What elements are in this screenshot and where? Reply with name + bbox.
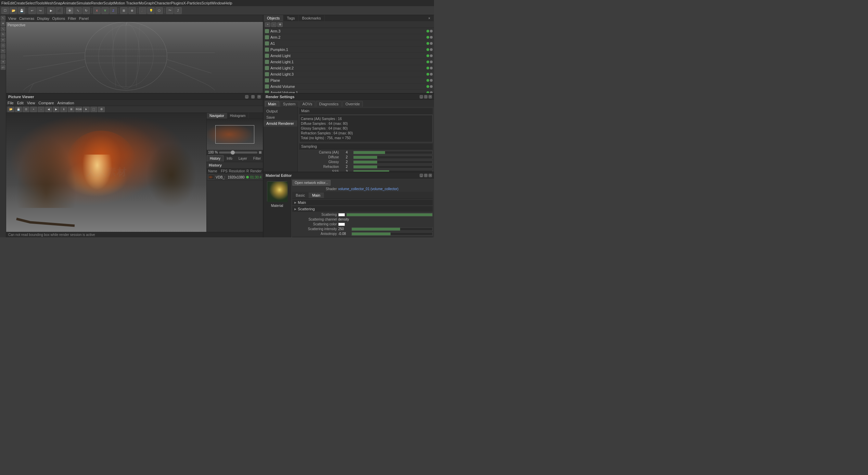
- om-dot-vis-7[interactable]: [426, 73, 429, 76]
- om-dot-lock-2[interactable]: [430, 42, 433, 45]
- om-dot-lock-5[interactable]: [430, 61, 433, 63]
- pv-btn-channels[interactable]: RGB: [75, 107, 82, 112]
- left-btn-poly[interactable]: ⬡: [1, 43, 5, 48]
- me-section-attenuation[interactable]: ▶ Attenuation: [292, 237, 433, 237]
- pv-btn-zoom-out[interactable]: -: [38, 107, 44, 112]
- toolbar-btn-spline[interactable]: 〜: [166, 7, 174, 14]
- pv-btn-prev[interactable]: ◀: [45, 107, 52, 112]
- om-btn-new[interactable]: +: [265, 22, 270, 27]
- pv-close-btn[interactable]: ×: [257, 95, 261, 98]
- om-btn-group[interactable]: ⊕: [277, 22, 283, 27]
- toolbar-btn-scale[interactable]: ⤡: [74, 7, 82, 14]
- left-btn-move[interactable]: ✥: [1, 21, 5, 26]
- rs-section-main[interactable]: Main: [299, 108, 433, 114]
- me-section-scattering[interactable]: ▶ Scattering: [292, 206, 433, 212]
- left-btn-light2[interactable]: ☀: [1, 60, 5, 64]
- history-row-0[interactable]: VDB_test_v03 * 1920x1080 01:30:4: [207, 174, 263, 181]
- pv-btn-info[interactable]: ℹ: [60, 107, 67, 112]
- vp-menu-cameras[interactable]: Cameras: [19, 16, 35, 21]
- toolbar-btn-y[interactable]: Y: [101, 7, 109, 14]
- om-btn-close[interactable]: ×: [425, 15, 434, 21]
- om-btn-delete[interactable]: -: [271, 22, 277, 27]
- pv-btn-region[interactable]: ⬚: [90, 107, 97, 112]
- pv-btn-zoom-fit[interactable]: ⊡: [23, 107, 29, 112]
- rs-bar-container-0[interactable]: [353, 151, 433, 154]
- om-dot-vis-8[interactable]: [426, 79, 429, 82]
- om-dot-vis-4[interactable]: [426, 54, 429, 57]
- left-btn-select[interactable]: ↖: [1, 16, 5, 21]
- om-dot-lock-0[interactable]: [430, 30, 433, 32]
- history-tab-filter[interactable]: Filter: [250, 155, 263, 162]
- om-row-5[interactable]: Arnold Light.1: [264, 59, 434, 65]
- toolbar-btn-light[interactable]: 💡: [147, 7, 155, 14]
- rs-bar-container-4[interactable]: [353, 170, 433, 172]
- menu-item-motion tracker[interactable]: Motion Tracker: [114, 1, 139, 5]
- menu-item-help[interactable]: Help: [225, 1, 232, 5]
- toolbar-btn-render-region[interactable]: ⬛: [55, 7, 63, 14]
- menu-item-simulate[interactable]: Simulate: [76, 1, 91, 5]
- om-tab-tags[interactable]: Tags: [283, 15, 298, 21]
- rs-tab-main[interactable]: Main: [265, 101, 279, 107]
- om-dot-lock-10[interactable]: [430, 91, 433, 93]
- menu-item-sculpt[interactable]: Sculpt: [103, 1, 114, 5]
- toolbar-btn-snap[interactable]: ⊕: [128, 7, 136, 14]
- rs-tab-aovs[interactable]: AOVs: [299, 101, 316, 107]
- vp-menu-panel[interactable]: Panel: [79, 16, 89, 21]
- pv-menu-compare[interactable]: Compare: [38, 101, 54, 105]
- me-tab-main[interactable]: Main: [309, 193, 324, 198]
- navigator-preview[interactable]: [207, 119, 263, 150]
- me-scatter-slider-4[interactable]: [352, 232, 433, 236]
- vp-menu-options[interactable]: Options: [52, 16, 65, 21]
- menu-item-x-particles[interactable]: X-Particles: [183, 1, 201, 5]
- nav-tab-histogram[interactable]: Histogram: [227, 113, 249, 119]
- menu-item-script[interactable]: Script: [202, 1, 211, 5]
- menu-item-create[interactable]: Create: [14, 1, 25, 5]
- om-row-0[interactable]: Arm.3: [264, 28, 434, 34]
- toolbar-btn-redo[interactable]: ↪: [37, 7, 44, 14]
- left-btn-spline2[interactable]: 〜: [1, 49, 5, 53]
- left-btn-rotate[interactable]: ↻: [1, 32, 5, 37]
- rs-left-save[interactable]: Save: [264, 114, 297, 120]
- om-dot-lock-7[interactable]: [430, 73, 433, 76]
- zoom-slider[interactable]: [219, 151, 257, 154]
- me-scatter-color-2[interactable]: [338, 223, 345, 226]
- menu-item-plugins[interactable]: Plugins: [171, 1, 183, 5]
- rs-bar-container-1[interactable]: [353, 156, 433, 159]
- om-tab-bookmarks[interactable]: Bookmarks: [299, 15, 325, 21]
- rs-section-sampling[interactable]: Sampling: [299, 144, 433, 149]
- pv-menu-animation[interactable]: Animation: [58, 101, 74, 105]
- om-dot-lock-8[interactable]: [430, 79, 433, 82]
- vp-menu-filter[interactable]: Filter: [68, 16, 76, 21]
- om-dot-vis-3[interactable]: [426, 48, 429, 51]
- me-section-main[interactable]: ▶ Main: [292, 200, 433, 205]
- rs-tab-diagnostics[interactable]: Diagnostics: [316, 101, 342, 107]
- om-row-3[interactable]: Pumpkin.1: [264, 47, 434, 53]
- rs-minimize-btn[interactable]: _: [420, 95, 423, 98]
- me-scatter-slider-3[interactable]: [352, 227, 433, 231]
- pv-btn-settings[interactable]: ⚙: [98, 107, 105, 112]
- om-dot-lock-6[interactable]: [430, 67, 433, 69]
- om-dot-vis-9[interactable]: [426, 85, 429, 88]
- toolbar-btn-save[interactable]: 💾: [18, 7, 25, 14]
- om-row-2[interactable]: A1: [264, 40, 434, 47]
- pv-menu-view[interactable]: View: [27, 101, 35, 105]
- toolbar-btn-render[interactable]: ▶: [47, 7, 55, 14]
- om-dot-vis-1[interactable]: [426, 36, 429, 39]
- om-row-7[interactable]: Arnold Light.3: [264, 71, 434, 77]
- menu-item-edit[interactable]: Edit: [8, 1, 14, 5]
- me-shader-preview[interactable]: [267, 181, 288, 202]
- nav-tab-navigator[interactable]: Navigator: [207, 113, 227, 119]
- toolbar-btn-new[interactable]: ☐: [1, 7, 9, 14]
- rs-tab-override[interactable]: Override: [342, 101, 363, 107]
- om-dot-vis-5[interactable]: [426, 61, 429, 63]
- om-dot-vis-0[interactable]: [426, 30, 429, 32]
- me-maximize-btn[interactable]: □: [424, 174, 427, 177]
- pv-btn-zoom-in[interactable]: +: [30, 107, 37, 112]
- me-scatter-slider-0[interactable]: [346, 213, 433, 216]
- om-row-9[interactable]: Arnold Volume: [264, 83, 434, 90]
- left-btn-tag[interactable]: 🏷: [1, 65, 5, 70]
- rs-close-btn[interactable]: ×: [429, 95, 432, 98]
- om-dot-lock-4[interactable]: [430, 54, 433, 57]
- om-row-10[interactable]: Arnold Volume.1: [264, 90, 434, 93]
- toolbar-btn-extrude[interactable]: ⤴: [174, 7, 182, 14]
